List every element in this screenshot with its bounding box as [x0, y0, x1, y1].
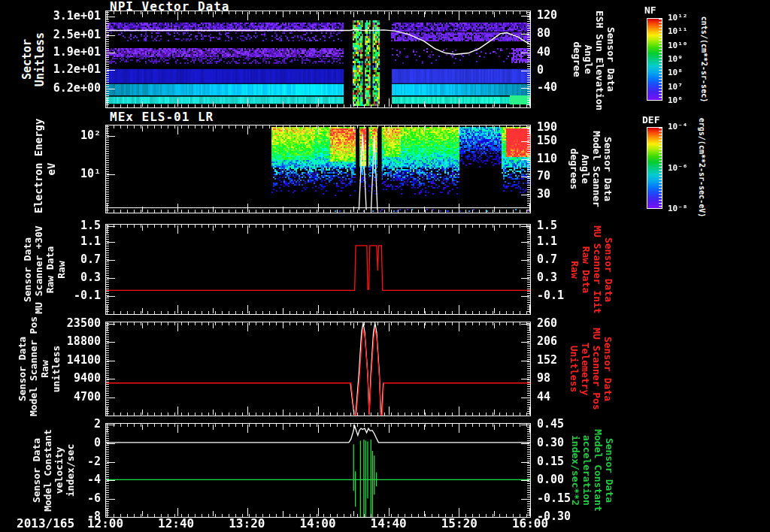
y-label-line: Sensor Data — [603, 225, 614, 316]
x-major-tick — [283, 425, 283, 430]
y-tick-label-right: 110 — [537, 152, 557, 165]
x-major-tick — [424, 511, 425, 516]
y-tick-label-right: 260 — [537, 316, 557, 330]
x-major-tick — [142, 126, 143, 131]
x-major-tick — [389, 12, 390, 20]
x-major-tick — [459, 98, 459, 107]
y-major-tick — [521, 278, 529, 279]
y-minor-ticks — [106, 323, 109, 415]
x-major-tick — [177, 407, 178, 415]
y-major-tick — [107, 379, 115, 379]
y-label-line: Sector — [21, 11, 34, 108]
x-major-tick — [247, 204, 248, 212]
colorbar-tick-label: 10¹¹ — [668, 27, 688, 36]
x-major-tick — [142, 410, 143, 415]
y-tick-label-left: 2 — [41, 417, 101, 431]
x-major-tick — [529, 126, 530, 135]
x-major-tick — [424, 425, 425, 430]
y-major-tick — [521, 16, 529, 17]
y-label-line: MU Scanner Pos — [591, 322, 602, 416]
y-tick-label-right: 70 — [537, 169, 550, 183]
colorbar-nf — [647, 18, 662, 101]
y-minor-ticks — [527, 225, 530, 313]
x-major-tick — [283, 101, 283, 107]
y-tick-label-right: -0.15 — [537, 491, 571, 505]
y-minor-ticks — [106, 12, 109, 107]
y-label-line: index/sec**2 — [570, 423, 581, 518]
x-major-tick — [107, 508, 108, 516]
x-major-tick — [529, 12, 530, 20]
colorbar-def-title: DEF — [642, 114, 659, 125]
y-major-tick — [521, 425, 529, 425]
x-major-tick — [247, 425, 248, 433]
y-tick-label-left: -2 — [41, 455, 101, 468]
panel4-right-axis-label: Sensor Data MU Scanner Pos Telemetry Uni… — [568, 322, 614, 416]
x-major-tick — [459, 126, 459, 135]
y-tick-label-right: 0.7 — [537, 252, 557, 266]
panel1-right-axis-label: Sensor Data ESH Sun Elevation Angle degr… — [571, 11, 617, 108]
y-label-line: Sensor Data — [17, 322, 28, 416]
y-major-tick — [107, 361, 115, 361]
y-major-tick — [107, 260, 115, 261]
x-major-tick — [459, 508, 459, 516]
y-minor-ticks — [527, 12, 530, 107]
y-major-tick — [107, 480, 115, 481]
panel-npi-vector-data — [105, 11, 531, 108]
y-tick-label-left: 1.9e+01 — [41, 45, 101, 59]
y-tick-label-right: 150 — [537, 134, 557, 147]
y-tick-label-right: 80 — [537, 26, 550, 40]
x-major-tick — [318, 323, 319, 331]
y-tick-label-left: 1.2e+01 — [41, 62, 101, 76]
x-major-tick — [424, 12, 425, 17]
x-major-tick — [459, 225, 459, 234]
x-major-tick — [389, 98, 390, 107]
y-major-tick — [521, 195, 529, 195]
x-major-tick — [459, 323, 459, 331]
y-minor-ticks — [527, 126, 530, 212]
x-major-tick — [107, 225, 108, 234]
x-major-tick — [142, 511, 143, 516]
y-major-tick — [107, 35, 115, 36]
colorbar-tick-label: 10⁻⁴ — [668, 122, 688, 131]
y-major-tick — [521, 88, 529, 89]
x-major-tick — [318, 126, 319, 135]
x-major-tick — [318, 407, 319, 415]
mu-scanner-30v-plot — [106, 225, 530, 314]
y-tick-label-left: 0.7 — [41, 252, 101, 266]
x-major-tick — [283, 323, 283, 328]
y-major-tick — [521, 462, 529, 463]
y-label-line: Angle — [583, 11, 594, 108]
y-minor-ticks — [527, 425, 530, 516]
x-major-tick — [459, 12, 459, 20]
y-tick-label-right: 40 — [537, 45, 550, 59]
x-major-tick — [494, 126, 495, 131]
y-tick-label-left: 14100 — [41, 353, 101, 367]
x-major-tick — [424, 207, 425, 212]
y-major-tick — [521, 379, 529, 379]
x-major-tick — [107, 204, 108, 212]
y-label-line: Sensor Data — [605, 11, 617, 108]
x-major-tick — [494, 207, 495, 212]
x-major-tick — [494, 323, 495, 328]
x-major-tick — [318, 508, 319, 516]
y-tick-label-right: 0.30 — [537, 436, 564, 449]
y-major-tick — [107, 296, 115, 297]
y-major-tick — [521, 177, 529, 177]
x-major-tick — [424, 410, 425, 415]
x-major-tick — [177, 305, 178, 313]
colorbar-tick-label: 10¹² — [668, 14, 688, 23]
y-tick-label-left: -4 — [41, 473, 101, 486]
x-major-tick — [213, 101, 214, 107]
x-major-tick — [389, 323, 390, 331]
y-major-tick — [521, 242, 529, 243]
y-major-tick — [107, 242, 115, 243]
x-major-tick — [318, 425, 319, 433]
x-major-tick — [389, 204, 390, 212]
x-major-tick — [142, 425, 143, 430]
x-major-tick — [177, 126, 178, 135]
x-tick-label: 13:20 — [220, 516, 273, 530]
x-major-tick — [389, 425, 390, 433]
y-label-line: Unitless — [568, 322, 580, 416]
x-major-tick — [529, 98, 530, 107]
colorbar-nf-title: NF — [644, 5, 656, 16]
